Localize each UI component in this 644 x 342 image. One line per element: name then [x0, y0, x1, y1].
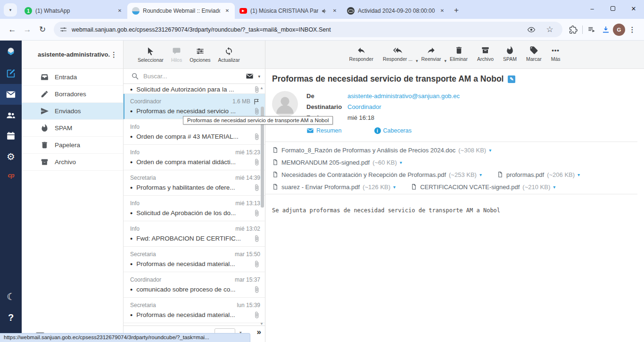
attachment-menu-chevron-icon[interactable]: ▾ [553, 184, 555, 190]
delete-button[interactable]: Eliminar [450, 45, 468, 68]
tab-audio-icon[interactable] [322, 8, 328, 14]
more-button[interactable]: •••Más [551, 45, 561, 68]
window-close-button[interactable]: ✕ [623, 0, 644, 17]
message-list-row[interactable]: Info mié 13:02 • Fwd: APROBACION DE CERT… [124, 221, 265, 247]
attachment[interactable]: Formato_8_Razón de Proformas y Análisis … [272, 146, 491, 154]
threads-button[interactable]: Hilos [171, 46, 182, 63]
attachment-name[interactable]: MEMORANDUM 205-signed.pdf [281, 159, 370, 166]
tab-close-icon[interactable]: ✕ [116, 7, 124, 15]
tab-close-icon[interactable]: ✕ [438, 7, 446, 15]
message-list-row[interactable]: Secretaria lun 15:39 • Proformas de nece… [124, 298, 265, 323]
message-date: mié 13:02 [235, 225, 260, 232]
attachment-menu-chevron-icon[interactable]: ▾ [400, 160, 402, 165]
folder-item[interactable]: Entrada [22, 69, 123, 86]
site-info-icon[interactable] [59, 25, 67, 33]
message-list-row[interactable]: Secretaria mar 15:50 • Proformas de nece… [124, 247, 265, 272]
attachment-name[interactable]: Necesidades de Contratación y Recepción … [281, 171, 446, 178]
attachment-clip-icon [253, 108, 260, 115]
forward-button[interactable]: Reenviar [421, 45, 441, 68]
forward-button[interactable]: → [20, 22, 35, 37]
new-tab-button[interactable]: + [450, 3, 463, 17]
attachment-name[interactable]: Formato_8_Razón de Proformas y Análisis … [281, 147, 455, 154]
select-button[interactable]: Seleccionar [138, 46, 164, 63]
unread-dot: • [130, 158, 132, 166]
browser-tab[interactable]: Roundcube Webmail :: Enviado: ✕ [127, 3, 235, 19]
folder-item[interactable]: Enviados [22, 103, 123, 120]
reading-mode-eye-icon[interactable] [524, 23, 538, 37]
mark-button[interactable]: Marcar [526, 45, 542, 68]
attachment-menu-chevron-icon[interactable]: ▾ [489, 148, 491, 153]
attachment[interactable]: suarez - Enviar Proforma.pdf (~126 KB) ▾ [272, 183, 396, 191]
tab-favicon [239, 8, 247, 14]
attachment[interactable]: MEMORANDUM 205-signed.pdf (~60 KB) ▾ [272, 158, 402, 166]
message-list-row-partial[interactable]: • Solicitud de Autorización para la ... [124, 85, 265, 94]
spam-button[interactable]: SPAM [503, 45, 517, 68]
message-list-row[interactable]: Info mié 15:23 • Orden de compra materia… [124, 145, 265, 170]
window-minimize-button[interactable]: – [582, 0, 603, 17]
attachment-menu-chevron-icon[interactable]: ▾ [393, 184, 396, 190]
extensions-puzzle-icon[interactable] [566, 23, 580, 37]
message-list-row[interactable]: Info mié 13:13 • Solicitud de Aprobación… [124, 196, 265, 221]
folder-item[interactable]: SPAM [22, 120, 123, 137]
nav-settings-gear-icon[interactable]: ⚙ [0, 146, 22, 167]
account-header[interactable]: asistente-administrativo... ⋮ [22, 41, 123, 69]
nav-mail-button[interactable] [0, 84, 22, 105]
message-list-row[interactable]: Coordinador 1.6 MB • Proformas de necesi… [124, 94, 265, 119]
attachment[interactable]: CERTIFICACION VCATE-signed.pdf (~210 KB)… [411, 183, 555, 191]
browser-tab[interactable]: (1) WhatsApp ✕ [20, 3, 127, 19]
refresh-button[interactable]: Actualizar [218, 46, 240, 63]
reload-button[interactable]: ↻ [35, 22, 50, 37]
search-scope-chevron-icon[interactable]: ▾ [258, 74, 260, 79]
window-restore-button[interactable] [603, 0, 623, 17]
attachment-menu-chevron-icon[interactable]: ▾ [578, 172, 580, 177]
message-list-row[interactable]: Coordinador mar 15:37 • comunicado sobre… [124, 272, 265, 298]
search-input[interactable] [143, 73, 241, 80]
header-to-row: Destinatario Coordinador [306, 103, 381, 110]
dark-mode-moon-icon[interactable]: ☾ [0, 286, 22, 307]
nav-contacts-button[interactable] [0, 105, 22, 125]
message-list-row[interactable]: Secretaria mié 14:39 • Proformas y habil… [124, 170, 265, 196]
tab-close-icon[interactable]: ✕ [223, 7, 231, 15]
tab-close-icon[interactable]: ✕ [331, 7, 339, 15]
scroll-up-icon[interactable]: ▲ [260, 86, 264, 90]
folder-item[interactable]: Borradores [22, 86, 123, 103]
archive-button[interactable]: Archivo [477, 45, 494, 68]
options-button[interactable]: Opciones [190, 46, 210, 63]
forward-chevron-icon[interactable]: ▾ [445, 58, 447, 68]
help-button[interactable]: ? [0, 307, 22, 328]
attachment-menu-chevron-icon[interactable]: ▾ [479, 172, 482, 177]
back-button[interactable]: ← [5, 22, 20, 37]
bookmark-star-icon[interactable]: ☆ [543, 23, 557, 37]
browser-tab[interactable]: Actividad 2024-09-20 08:00:00 ✕ [342, 3, 450, 19]
compose-button[interactable] [0, 63, 22, 84]
folder-options-kebab-icon[interactable]: ⋮ [110, 50, 117, 59]
reply-button[interactable]: Responder [349, 45, 373, 68]
attachment-name[interactable]: CERTIFICACION VCATE-signed.pdf [420, 184, 520, 191]
flag-icon[interactable] [253, 98, 260, 105]
search-scope-mail-icon[interactable] [246, 72, 254, 80]
address-bar[interactable]: webmail.sanjuan.gob.ec/cpsess2312679074/… [54, 22, 562, 37]
attachment[interactable]: proformas.pdf (~206 KB) ▾ [497, 171, 580, 178]
attachment-name[interactable]: proformas.pdf [506, 171, 544, 178]
tab-search-button[interactable]: ▾ [4, 3, 17, 17]
reply-all-button[interactable]: Responder ... [383, 45, 413, 68]
url-text[interactable]: webmail.sanjuan.gob.ec/cpsess2312679074/… [72, 26, 520, 33]
to-address[interactable]: Coordinador [347, 103, 381, 110]
headers-link[interactable]: Cabeceras [374, 127, 412, 134]
profile-avatar[interactable]: G [613, 24, 625, 36]
attachment[interactable]: Necesidades de Contratación y Recepción … [272, 171, 482, 178]
attachment-name[interactable]: suarez - Enviar Proforma.pdf [281, 184, 360, 191]
browser-menu-kebab-icon[interactable]: ⋮ [625, 23, 639, 37]
folder-item[interactable]: Papelera [22, 137, 123, 154]
next-page-button[interactable]: » [257, 327, 261, 337]
browser-tab-strip: ▾ (1) WhatsApp ✕ Roundcube Webmail :: En… [0, 0, 644, 19]
browser-tab[interactable]: (1) Música CRISTIANA Para ✕ [235, 3, 342, 19]
edit-subject-icon[interactable]: ✎ [508, 75, 515, 83]
from-address[interactable]: asistente-administrativo@sanjuan.gob.ec [347, 92, 460, 100]
nav-calendar-button[interactable] [0, 125, 22, 146]
reply-all-chevron-icon[interactable]: ▾ [416, 58, 418, 68]
reading-list-icon[interactable] [585, 23, 599, 37]
folder-item[interactable]: Archivo [22, 154, 123, 171]
summary-link[interactable]: Resumen [306, 127, 342, 134]
download-icon[interactable] [599, 23, 613, 37]
